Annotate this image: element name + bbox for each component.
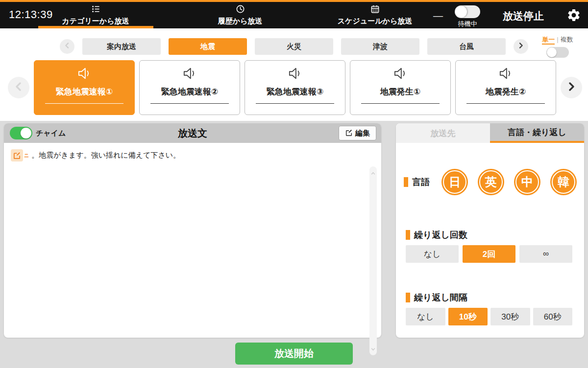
- tab-category-label: カテゴリーから放送: [62, 17, 129, 26]
- scroll-up-icon: [370, 168, 376, 177]
- language-section: 言語 日 英 中 韓: [404, 169, 577, 195]
- message-card-label: 緊急地震速報②: [161, 86, 218, 97]
- speaker-icon: [392, 67, 408, 82]
- gear-icon[interactable]: [566, 8, 581, 23]
- message-card[interactable]: 緊急地震速報①: [34, 60, 135, 115]
- repeat-count-2[interactable]: 2回: [463, 245, 515, 263]
- chevron-right-icon: [565, 81, 577, 94]
- tab-history-label: 履歴から放送: [218, 17, 263, 26]
- pencil-token-icon: [11, 149, 23, 161]
- card-underline: [466, 103, 545, 104]
- cards-next-button[interactable]: [561, 77, 582, 98]
- tab-schedule-broadcast[interactable]: スケジュールから放送: [321, 4, 429, 26]
- section-bullet: [404, 177, 408, 187]
- toggle-knob: [547, 47, 557, 57]
- selector-zone: 案内放送 地震 火災 津波 台風 単一|複数 緊急地震速報① 緊急地震速報②: [0, 28, 588, 121]
- section-bullet: [406, 293, 410, 302]
- category-tsunami[interactable]: 津波: [341, 38, 419, 55]
- scrollbar[interactable]: [369, 166, 377, 355]
- tab-destination[interactable]: 放送先: [396, 123, 490, 143]
- repeat-interval-label: 繰り返し間隔: [414, 292, 467, 303]
- repeat-count-none[interactable]: なし: [406, 245, 459, 263]
- category-prev-button[interactable]: [60, 39, 74, 54]
- message-card[interactable]: 地震発生②: [455, 60, 556, 115]
- scroll-down-icon: [370, 345, 376, 353]
- message-card-label: 地震発生②: [486, 86, 526, 97]
- category-annai[interactable]: 案内放送: [82, 38, 161, 55]
- broadcast-message-line: ニ 。地震がきます。強い揺れに備えて下さい。: [11, 149, 365, 161]
- language-korean-button[interactable]: 韓: [550, 169, 577, 195]
- category-kasai[interactable]: 火災: [255, 38, 333, 55]
- mode-switch: 単一|複数: [534, 35, 581, 58]
- mode-single-label: 単一: [542, 36, 555, 45]
- message-card-label: 緊急地震速報①: [56, 86, 113, 97]
- message-card-row: 緊急地震速報① 緊急地震速報② 緊急地震速報③ 地震発生① 地震発生②: [8, 60, 582, 115]
- broadcast-message-text: 。地震がきます。強い揺れに備えて下さい。: [31, 151, 180, 160]
- standby-label: 待機中: [453, 20, 482, 28]
- token-mark: ニ: [24, 152, 29, 159]
- repeat-count-label: 繰り返し回数: [414, 229, 467, 241]
- broadcast-text-area: ニ 。地震がきます。強い揺れに備えて下さい。: [4, 143, 381, 338]
- toggle-knob: [455, 6, 467, 18]
- broadcast-panel-header: 放送文 チャイム 編集: [4, 123, 381, 143]
- speaker-icon: [76, 67, 92, 82]
- minimize-dash[interactable]: —: [433, 10, 443, 22]
- tab-schedule-label: スケジュールから放送: [338, 17, 412, 26]
- mode-separator: |: [557, 36, 558, 43]
- repeat-count-section: 繰り返し回数 なし 2回 ∞: [406, 229, 572, 263]
- message-card[interactable]: 地震発生①: [350, 60, 451, 115]
- card-underline: [361, 103, 440, 104]
- top-accent-strip: [0, 0, 588, 2]
- category-jishin[interactable]: 地震: [169, 38, 247, 55]
- settings-panel: 放送先 言語・繰り返し 言語 日 英 中 韓 繰り返し回数 なし 2回 ∞: [396, 123, 584, 338]
- repeat-interval-60s[interactable]: 60秒: [533, 308, 573, 325]
- repeat-interval-section: 繰り返し間隔 なし 10秒 30秒 60秒: [406, 292, 572, 325]
- message-card-label: 地震発生①: [380, 86, 420, 97]
- category-row: 案内放送 地震 火災 津波 台風: [60, 38, 528, 55]
- language-english-button[interactable]: 英: [478, 169, 504, 195]
- repeat-interval-30s[interactable]: 30秒: [490, 308, 530, 325]
- section-bullet: [406, 230, 410, 240]
- chevron-left-icon: [13, 81, 24, 94]
- calendar-icon: [370, 4, 380, 16]
- tab-history-broadcast[interactable]: 履歴から放送: [186, 4, 294, 26]
- mode-multiple-label: 複数: [561, 36, 573, 43]
- language-label: 言語: [412, 176, 430, 188]
- category-next-button[interactable]: [514, 39, 528, 54]
- list-icon: [91, 4, 100, 16]
- broadcast-stop-button[interactable]: 放送停止: [503, 9, 544, 23]
- speaker-icon: [287, 67, 303, 82]
- message-card[interactable]: 緊急地震速報②: [139, 60, 240, 115]
- clock-icon: [236, 4, 245, 16]
- cards-prev-button[interactable]: [8, 77, 29, 98]
- card-underline: [150, 103, 229, 104]
- topbar: 12:13:39 カテゴリーから放送 履歴から放送 スケジュールから放送 — 待…: [0, 2, 588, 28]
- edit-button-label: 編集: [355, 129, 370, 138]
- edit-button[interactable]: 編集: [339, 126, 376, 140]
- message-card[interactable]: 緊急地震速報③: [245, 60, 345, 115]
- language-label-group: 言語: [404, 176, 430, 188]
- standby-control: 待機中: [453, 5, 482, 28]
- language-chinese-button[interactable]: 中: [514, 169, 540, 195]
- chime-toggle[interactable]: [10, 127, 32, 139]
- chevron-left-icon: [63, 42, 71, 51]
- broadcast-start-button[interactable]: 放送開始: [235, 343, 353, 365]
- settings-body: 言語 日 英 中 韓 繰り返し回数 なし 2回 ∞ 繰り返し間隔: [396, 143, 584, 338]
- repeat-count-infinite[interactable]: ∞: [519, 245, 572, 263]
- chime-label: チャイム: [36, 129, 66, 138]
- repeat-interval-label-group: 繰り返し間隔: [406, 292, 572, 303]
- broadcast-text-panel: 放送文 チャイム 編集 ニ 。地震がきます。強い揺れに備えて下さい。: [4, 123, 381, 338]
- speaker-icon: [182, 67, 197, 82]
- mode-toggle[interactable]: [546, 47, 569, 58]
- category-taifu[interactable]: 台風: [427, 38, 506, 55]
- repeat-interval-none[interactable]: なし: [406, 308, 445, 325]
- repeat-interval-10s[interactable]: 10秒: [448, 308, 488, 325]
- repeat-count-label-group: 繰り返し回数: [406, 229, 572, 241]
- speaker-icon: [498, 67, 514, 82]
- tab-category-broadcast[interactable]: カテゴリーから放送: [42, 4, 149, 26]
- tab-language-repeat[interactable]: 言語・繰り返し: [490, 123, 584, 143]
- pencil-icon: [345, 129, 353, 138]
- active-tab-underline: [38, 26, 153, 28]
- language-japanese-button[interactable]: 日: [441, 169, 468, 195]
- standby-toggle[interactable]: [455, 5, 480, 18]
